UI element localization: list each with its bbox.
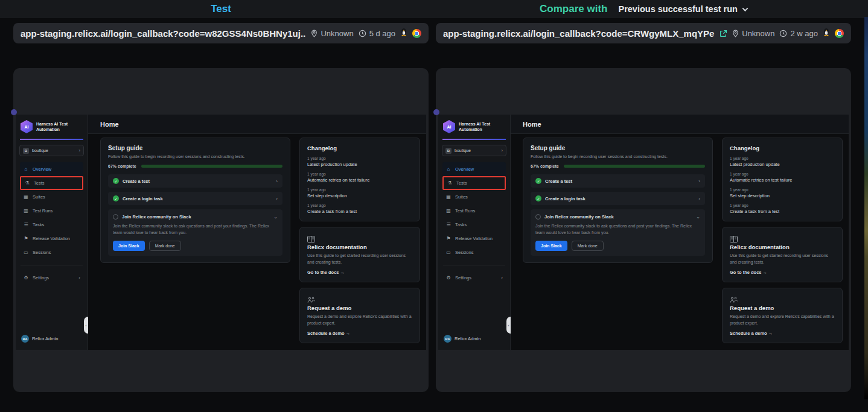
sidebar-nav-item: ▦ Suites [442,190,506,204]
nav-item-label: Tests [456,180,502,186]
join-slack-button: Join Slack [535,241,567,251]
sidebar-nav-item: ⚑ Release Validation [442,232,506,246]
sidebar-divider [21,265,83,265]
location-meta: Unknown [311,29,353,38]
setup-item-description: Join the Relicx community slack to ask q… [535,223,700,236]
chevron-right-icon: › [276,196,278,201]
setup-item-label: Create a login task [545,196,695,201]
panel-title-row: Compare with Previous successful test ru… [436,0,851,18]
setup-guide-item: ✓ Create a test › [108,174,282,188]
changelog-time: 1 year ago [307,172,412,176]
app-sidebar: AI Harness AI TestAutomation B boutique … [16,115,88,350]
nav-item-label: Suites [33,194,80,200]
app-brand-name: Harness AI TestAutomation [36,121,68,133]
screenshot-viewer: AI Harness AI TestAutomation B boutique … [436,68,851,392]
user-name: Relicx Admin [455,336,480,341]
app-brand-name: Harness AI TestAutomation [459,121,490,133]
changelog-card: Changelog 1 year ago Latest production u… [299,138,420,221]
dropdown-selected-value[interactable]: Previous successful test run [618,4,737,14]
unchecked-circle-icon [113,214,118,220]
location-pin-icon [311,30,318,37]
changelog-time: 1 year ago [307,156,412,160]
app-logo-row: AI Harness AI TestAutomation [19,119,84,135]
release-validation-icon: ⚑ [445,236,452,241]
url-text: app-staging.relicx.ai/login_callback?cod… [21,28,306,39]
url-bar: app-staging.relicx.ai/login_callback?cod… [436,23,851,43]
page-title: Home [100,121,119,128]
nav-item-label: Release Validation [455,236,503,241]
external-link-icon[interactable] [720,30,727,37]
documentation-card: Relicx documentation Use this guide to g… [722,227,843,282]
setup-guide-card: Setup guide Follow this guide to begin r… [100,138,290,263]
nav-item-label: Sessions [455,250,503,255]
changelog-entry: 1 year ago Create a task from a test [730,203,835,214]
changelog-entry-title: Automatic retries on test failure [307,177,412,183]
sessions-icon: ▭ [23,250,29,255]
chevron-right-icon: › [698,196,700,201]
linux-os-icon [823,28,830,39]
changelog-entry: 1 year ago Set step description [730,188,835,198]
setup-item-label: Create a test [545,179,695,184]
app-logo-row: AI Harness AI TestAutomation [442,119,506,135]
sidebar-nav: ⌂ Overview ⚗ Tests ▦ Suites [19,162,84,259]
go-to-docs-link: Go to the docs → [730,270,835,275]
chevron-down-icon [742,5,748,11]
documentation-title: Relicx documentation [307,244,412,250]
changelog-time: 1 year ago [730,172,835,176]
go-to-docs-link: Go to the docs → [307,270,412,275]
clock-icon [779,30,787,37]
changelog-entry: 1 year ago Latest production update [307,156,412,167]
setup-guide-card: Setup guide Follow this guide to begin r… [523,138,713,263]
demo-description: Request a demo and explore Relicx's capa… [307,314,412,326]
changelog-time: 1 year ago [730,203,835,208]
clock-icon [359,30,366,37]
nav-item-label: Settings [33,275,75,280]
progress-label: 67% complete [531,164,559,168]
request-demo-card: Request a demo Request a demo and explor… [299,288,420,343]
changelog-entry: 1 year ago Create a task from a test [307,203,412,214]
chevron-right-icon: › [501,148,503,153]
project-badge: B [445,148,452,154]
progress-row: 67% complete [108,164,282,168]
people-icon [730,295,835,302]
sidebar-nav-item: ⌂ Overview [20,162,83,176]
compare-run-dropdown[interactable]: Previous successful test run [618,4,747,14]
sidebar-nav-item: ▥ Test Runs [442,204,506,218]
suites-icon: ▦ [445,194,452,200]
user-row: RA Relicx Admin [19,332,84,345]
schedule-demo-link: Schedule a demo → [730,331,835,336]
nav-item-label: Sessions [33,250,80,255]
project-selector: B boutique › [19,145,84,156]
setup-guide-title: Setup guide [108,145,282,151]
mark-done-button: Mark done [572,241,604,251]
check-circle-icon: ✓ [113,195,119,201]
chevron-right-icon: › [698,179,700,184]
nav-item-label: Test Runs [455,208,503,214]
setup-guide-expanded-item: Join Relicx community on Slack ⌄ Join th… [108,209,282,256]
setup-guide-description: Follow this guide to begin recording use… [531,154,705,159]
sidebar-collapse-handle: ‹ [506,317,511,334]
chevron-down-icon: ⌄ [696,214,700,220]
linux-os-icon [400,28,407,39]
setup-item-label: Join Relicx community on Slack [122,214,270,220]
setup-guide-title: Setup guide [531,145,705,151]
url-text: app-staging.relicx.ai/login_callback?cod… [443,28,715,39]
changelog-entry: 1 year ago Automatic retries on test fai… [730,172,835,183]
test-runs-icon: ▥ [445,208,452,214]
documentation-card: Relicx documentation Use this guide to g… [299,227,420,282]
release-validation-icon: ⚑ [23,236,29,241]
setup-item-label: Create a test [123,179,272,184]
harness-logo-icon: AI [21,120,33,133]
schedule-demo-link: Schedule a demo → [307,331,412,336]
sidebar-nav-item: ☰ Tasks [442,218,506,232]
tasks-icon: ☰ [23,222,29,227]
project-badge: B [23,148,29,154]
location-meta: Unknown [732,29,774,38]
gradient-divider [20,139,83,140]
nav-item-label: Overview [455,166,503,172]
panel-title: Test [211,3,231,15]
check-circle-icon: ✓ [535,178,541,184]
screenshot-viewer: AI Harness AI TestAutomation B boutique … [13,68,429,392]
project-name: boutique [32,148,75,153]
nav-item-label: Suites [455,194,503,200]
